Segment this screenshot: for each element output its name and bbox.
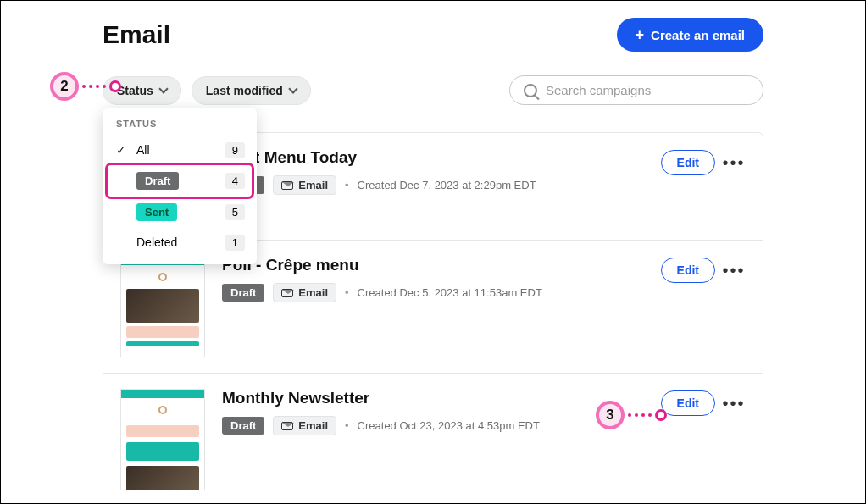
separator: •: [345, 179, 349, 191]
status-option-count: 5: [225, 204, 245, 220]
create-email-label: Create an email: [651, 28, 745, 42]
status-dropdown: STATUS ✓ All 9 Draft 4 Sent 5: [103, 108, 257, 264]
status-dropdown-heading: STATUS: [103, 119, 257, 136]
status-option-draft[interactable]: Draft 4: [108, 165, 252, 197]
separator: •: [345, 286, 349, 299]
status-option-count: 1: [225, 235, 245, 251]
step-callout-3: 3: [596, 401, 667, 429]
type-label: Email: [298, 419, 328, 432]
callout-target-ring: [109, 80, 121, 92]
campaign-title: Poll - Crêpe menu: [222, 256, 644, 274]
more-button[interactable]: •••: [722, 151, 746, 174]
status-badge: Draft: [222, 284, 264, 302]
ellipsis-icon: •••: [722, 153, 745, 173]
check-placeholder: [114, 235, 128, 249]
type-label: Email: [298, 179, 328, 191]
search-box[interactable]: [509, 75, 763, 105]
more-button[interactable]: •••: [722, 258, 746, 282]
plus-icon: +: [636, 27, 645, 42]
search-input[interactable]: [546, 83, 749, 97]
campaign-thumbnail[interactable]: [120, 256, 205, 357]
check-placeholder: [114, 205, 128, 219]
separator: •: [345, 419, 349, 432]
callout-target-ring: [655, 409, 667, 421]
mail-icon: [281, 181, 293, 190]
status-filter-label: Status: [117, 84, 153, 97]
status-option-count: 4: [225, 173, 245, 189]
type-label: Email: [298, 286, 328, 299]
edit-button[interactable]: Edit: [661, 150, 715, 175]
type-pill: Email: [273, 283, 336, 302]
mail-icon: [281, 422, 293, 430]
chevron-down-icon: [288, 84, 297, 93]
status-option-label: All: [136, 143, 217, 157]
campaign-title: kfast Menu Today: [222, 148, 644, 167]
created-text: Created Dec 5, 2023 at 11:53am EDT: [358, 286, 542, 299]
callout-connector: [628, 413, 652, 417]
chevron-down-icon: [158, 84, 168, 93]
status-option-label: Sent: [136, 203, 177, 221]
status-option-label: Draft: [136, 172, 179, 190]
lastmodified-filter-label: Last modified: [206, 84, 283, 97]
edit-button[interactable]: Edit: [661, 390, 715, 416]
step-number: 2: [50, 72, 79, 101]
status-option-all[interactable]: ✓ All 9: [103, 136, 257, 165]
ellipsis-icon: •••: [722, 261, 745, 280]
status-option-deleted[interactable]: Deleted 1: [103, 228, 257, 258]
created-text: Created Dec 7, 2023 at 2:29pm EDT: [358, 179, 536, 191]
campaign-thumbnail[interactable]: [120, 389, 205, 490]
lastmodified-filter[interactable]: Last modified: [192, 76, 311, 105]
check-icon: ✓: [114, 143, 128, 157]
step-number: 3: [596, 401, 625, 429]
campaign-row: Monthly Newsletter Draft Email • Created…: [103, 373, 763, 504]
check-placeholder: [114, 174, 128, 187]
page-title: Email: [103, 20, 170, 49]
mail-icon: [281, 289, 293, 297]
status-option-label: Deleted: [136, 235, 217, 249]
type-pill: Email: [273, 175, 336, 195]
created-text: Created Oct 23, 2023 at 4:53pm EDT: [358, 419, 540, 432]
more-button[interactable]: •••: [722, 391, 746, 415]
ellipsis-icon: •••: [722, 394, 745, 413]
search-icon: [524, 84, 537, 97]
campaign-title: Monthly Newsletter: [222, 389, 644, 407]
type-pill: Email: [273, 416, 336, 435]
create-email-button[interactable]: + Create an email: [617, 18, 763, 52]
status-option-sent[interactable]: Sent 5: [103, 197, 257, 228]
step-callout-2: 2: [50, 72, 121, 101]
edit-button[interactable]: Edit: [661, 258, 715, 283]
callout-connector: [82, 85, 106, 88]
status-option-count: 9: [225, 142, 245, 158]
status-badge: Draft: [222, 417, 264, 435]
